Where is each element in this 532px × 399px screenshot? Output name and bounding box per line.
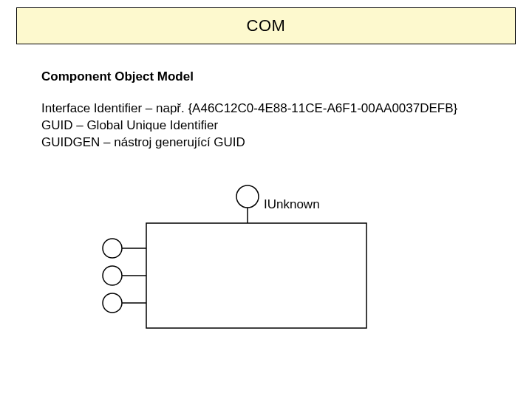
left-interface-lollipop-icon-2 [103, 266, 122, 285]
left-interface-lollipop-icon-1 [103, 239, 122, 258]
text-line-3: GUIDGEN – nástroj generující GUID [41, 134, 499, 151]
content-area: Component Object Model Interface Identif… [41, 69, 499, 151]
component-box [146, 223, 366, 328]
subtitle: Component Object Model [41, 69, 499, 84]
title-bar: COM [16, 7, 516, 44]
left-interface-lollipop-icon-3 [103, 293, 122, 313]
text-line-1: Interface Identifier – např. {A46C12C0-4… [41, 100, 499, 117]
text-line-2: GUID – Global Unique Identifier [41, 117, 499, 134]
iunknown-lollipop-icon [236, 185, 259, 208]
iunknown-label: IUnknown [264, 197, 320, 212]
slide-title: COM [247, 16, 286, 35]
